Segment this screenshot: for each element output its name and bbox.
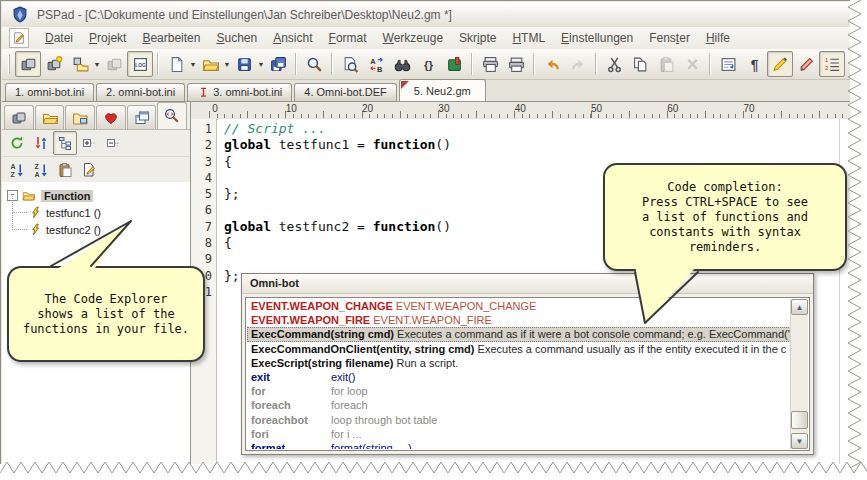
tree-root-label: Function (41, 190, 93, 202)
sync-button[interactable] (29, 131, 53, 155)
print-button[interactable] (503, 51, 529, 77)
save-all-button[interactable] (265, 51, 291, 77)
toolbar-separator (295, 53, 297, 75)
completion-item-execscript-string-filename-[interactable]: ExecScript(string filename) Run a script… (247, 356, 791, 370)
toolbar-separator (709, 53, 711, 75)
completion-item-execcommand-string-cmd-[interactable]: ExecCommand(string cmd) Executes a comma… (247, 327, 791, 341)
sidebar-tab-window-list-panel[interactable] (127, 105, 157, 129)
file-tab-2-omni-bot-ini[interactable]: 2. omni-bot.ini (96, 83, 185, 101)
line-number: 4 (191, 170, 216, 186)
toolbar-separator (533, 53, 535, 75)
code-line-1: // Script ... (224, 121, 850, 137)
code-completion-popup: Omni-bot EVENT.WEAPON_CHANGE EVENT.WEAPO… (241, 273, 814, 455)
sidebar-tab-project-panel[interactable] (4, 105, 34, 129)
completion-item-fori[interactable]: forifor i ... (247, 427, 791, 441)
new-file-dropdown-caret[interactable]: ▼ (189, 61, 197, 68)
file-tab-1-omni-bot-ini[interactable]: 1. omni-bot.ini (5, 83, 94, 101)
callout-line: functions in your file. (23, 322, 189, 337)
edit-item-button[interactable] (77, 158, 101, 182)
ruler-mark-30: 30 (429, 103, 459, 114)
syntax-highlighting-button[interactable] (767, 51, 793, 77)
completion-description: EVENT.WEAPON_CHANGE (393, 300, 537, 312)
file-tab-label: 2. omni-bot.ini (106, 84, 175, 101)
cut-button[interactable] (601, 51, 627, 77)
code-clips-button[interactable]: {} (415, 51, 441, 77)
undo-button[interactable] (539, 51, 565, 77)
menu-bearbeiten[interactable]: Bearbeiten (134, 31, 208, 45)
search-button[interactable] (389, 51, 415, 77)
copy-button[interactable] (627, 51, 653, 77)
scroll-down-button[interactable]: ▼ (791, 433, 808, 449)
menu-fenster[interactable]: Fenster (641, 31, 698, 45)
modified-flag-icon (401, 81, 409, 89)
refresh-button[interactable] (5, 131, 29, 155)
completion-description: Executes a command as if it were a bot c… (394, 328, 791, 340)
magnifier-button[interactable] (301, 51, 327, 77)
open-file-dropdown-caret[interactable]: ▼ (223, 61, 231, 68)
sidebar-tab-network-panel[interactable] (65, 105, 95, 129)
menu-datei[interactable]: Datei (37, 31, 81, 45)
project-new-button[interactable] (41, 51, 67, 77)
word-wrap-button[interactable] (715, 51, 741, 77)
completion-description: for i ... (331, 428, 362, 440)
menu-einstellungen[interactable]: Einstellungen (553, 31, 641, 45)
tree-root-function[interactable]: −Function (7, 187, 190, 204)
save-file-dropdown-caret[interactable]: ▼ (257, 61, 265, 68)
save-file-button[interactable] (231, 51, 257, 77)
menu-werkzeuge[interactable]: Werkzeuge (375, 31, 451, 45)
completion-item-format[interactable]: formatformat(string, ...) (247, 441, 791, 449)
open-file-button[interactable] (197, 51, 223, 77)
sort-ascending-button[interactable]: AZ (5, 158, 29, 182)
file-tab-label: 5. Neu2.gm (414, 81, 471, 101)
project-open-dropdown-caret[interactable]: ▼ (93, 61, 101, 68)
line-number: 3 (191, 154, 216, 170)
completion-item-execcommandonclient-entity-string-cmd-[interactable]: ExecCommandOnClient(entity, string cmd) … (247, 342, 791, 356)
sidebar-tab-favorites-panel[interactable] (96, 105, 126, 129)
tree-view-button[interactable] (53, 131, 77, 155)
bookmark-button[interactable] (441, 51, 467, 77)
file-tab-4-omni-bot-def[interactable]: 4. Omni-bot.DEF (294, 83, 397, 101)
completion-description: EVENT.WEAPON_FIRE (370, 314, 492, 326)
completion-item-for[interactable]: forfor loop (247, 384, 791, 398)
file-tab-3-omni-bot-ini[interactable]: 3. omni-bot.ini (187, 83, 292, 101)
completion-item-foreachbot[interactable]: foreachbotloop through bot table (247, 413, 791, 427)
menu-format[interactable]: Format (321, 31, 375, 45)
line-numbers-button[interactable]: 12 (819, 51, 845, 77)
tree-connector (12, 213, 27, 230)
sidebar-tab-code-explorer-panel[interactable] (157, 102, 187, 129)
show-formatting-button[interactable]: ¶ (741, 51, 767, 77)
menu-ansicht[interactable]: Ansicht (265, 31, 320, 45)
file-tab-label: 4. Omni-bot.DEF (304, 84, 387, 101)
format-code-button[interactable] (793, 51, 819, 77)
menu-html[interactable]: HTML (504, 31, 553, 45)
log-window-button[interactable]: LOG (127, 51, 153, 77)
print-preview-button[interactable] (477, 51, 503, 77)
popup-scrollbar[interactable]: ▲ ▼ (790, 299, 808, 449)
svg-text:A: A (11, 163, 16, 170)
line-number: 1 (191, 121, 216, 137)
callout-line: shows a list of the (37, 307, 174, 322)
torn-edge-right (845, 0, 867, 480)
delete-button (679, 51, 705, 77)
menu-skripte[interactable]: Skripte (451, 31, 504, 45)
menu-hilfe[interactable]: Hilfe (698, 31, 738, 45)
ruler-mark-40: 40 (505, 103, 535, 114)
completion-item-foreach[interactable]: foreachforeach (247, 398, 791, 412)
expand-all-button[interactable] (77, 131, 101, 155)
menu-projekt[interactable]: Projekt (81, 31, 134, 45)
copy-list-button[interactable] (53, 158, 77, 182)
collapse-all-button[interactable] (101, 131, 125, 155)
scroll-thumb[interactable] (791, 411, 808, 429)
ruler: 010203040506070 (191, 102, 850, 120)
sidebar-tab-files-panel[interactable] (35, 105, 65, 129)
project-open-button[interactable] (67, 51, 93, 77)
file-tab-5-neu2-gm[interactable]: 5. Neu2.gm (399, 79, 486, 101)
replace-button[interactable]: AB (363, 51, 389, 77)
new-file-button[interactable] (163, 51, 189, 77)
sort-descending-button[interactable]: ZA (29, 158, 53, 182)
project-files-button[interactable] (15, 51, 41, 77)
menu-suchen[interactable]: Suchen (208, 31, 265, 45)
scroll-up-button[interactable]: ▲ (791, 299, 808, 315)
preview-button[interactable] (337, 51, 363, 77)
completion-item-exit[interactable]: exitexit() (247, 370, 791, 384)
